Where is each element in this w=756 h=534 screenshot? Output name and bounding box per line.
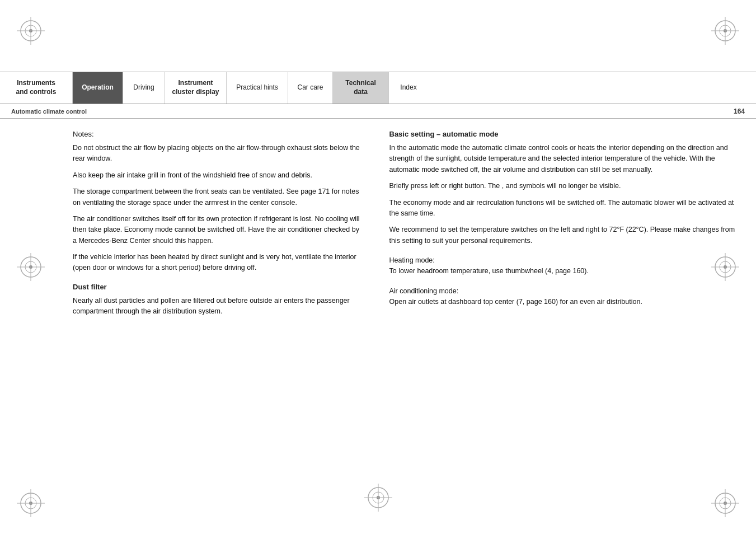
nav-item-car-care[interactable]: Car care [288,72,333,104]
nav-item-index[interactable]: Index [389,72,428,104]
heating-mode-label: Heating mode: To lower headroom temperat… [389,255,740,277]
notes-section: Notes: Do not obstruct the air flow by p… [73,130,361,274]
corner-decoration-bl [17,489,45,517]
para-airflow: Do not obstruct the air flow by placing … [73,143,361,165]
para-vehicle-interior: If the vehicle interior has been heated … [73,252,361,274]
notes-label: Notes: [73,130,361,138]
heating-mode-section: Heating mode: To lower headroom temperat… [389,255,740,277]
basic-setting-heading: Basic setting – automatic mode [389,130,740,138]
left-column: Notes: Do not obstruct the air flow by p… [0,119,378,489]
para-economy-mode: The economy mode and air recirculation f… [389,198,740,219]
para-automatic-mode: In the automatic mode the automatic clim… [389,143,740,175]
corner-decoration-tr [711,17,739,45]
corner-decoration-br [711,489,739,517]
basic-setting-section: Basic setting – automatic mode In the au… [389,130,740,246]
dust-filter-section: Dust filter Nearly all dust particles an… [73,283,361,317]
sub-header: Automatic climate control 164 [0,104,756,119]
nav-item-technical-data[interactable]: Technical data [333,72,389,104]
air-conditioning-label: Air conditioning mode: Open air outlets … [389,286,740,308]
navigation-bar: Instruments and controls Operation Drivi… [0,72,756,104]
dust-filter-text: Nearly all dust particles and pollen are… [73,296,361,317]
dust-filter-heading: Dust filter [73,283,361,291]
right-column: Basic setting – automatic mode In the au… [378,119,757,489]
nav-item-instrument-cluster-display[interactable]: Instrument cluster display [165,72,227,104]
nav-item-operation[interactable]: Operation [73,72,123,104]
para-air-conditioner-refrigerant: The air conditioner switches itself off … [73,214,361,246]
sub-header-title: Automatic climate control [11,108,734,115]
nav-item-practical-hints[interactable]: Practical hints [227,72,288,104]
content-area: Notes: Do not obstruct the air flow by p… [0,119,756,489]
para-air-intake: Also keep the air intake grill in front … [73,170,361,181]
para-storage-compartment: The storage compartment between the fron… [73,186,361,208]
page-number: 164 [734,107,745,115]
nav-item-instruments-and-controls[interactable]: Instruments and controls [0,72,73,104]
para-temperature-recommendation: We recommend to set the temperature swit… [389,224,740,246]
corner-decoration-tl [17,17,45,45]
para-briefly-press: Briefly press left or right button. The … [389,181,740,191]
air-conditioning-section: Air conditioning mode: Open air outlets … [389,286,740,308]
nav-item-driving[interactable]: Driving [123,72,165,104]
